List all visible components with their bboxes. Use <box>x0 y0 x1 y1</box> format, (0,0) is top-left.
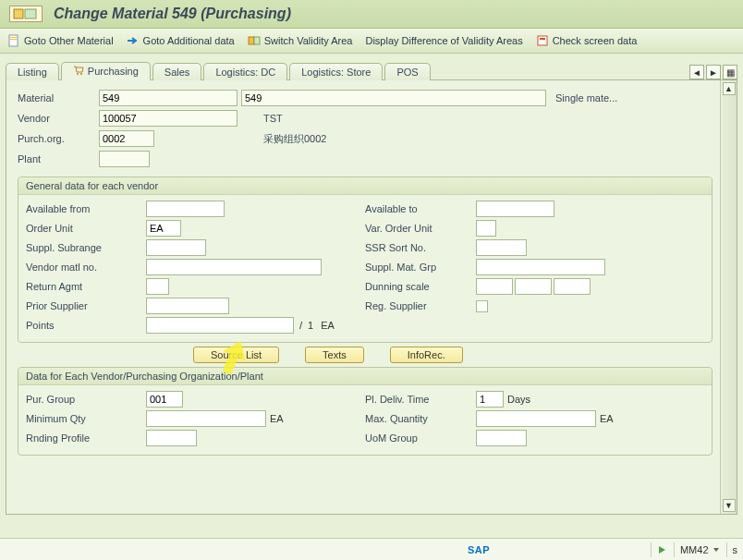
vendor-org-title: Data for Each Vendor/Purchasing Organiza… <box>18 368 712 385</box>
dunning-c-field[interactable] <box>554 278 591 295</box>
purchorg-label: Purch.org. <box>18 133 99 144</box>
pl-deliv-field[interactable] <box>476 391 504 408</box>
uom-group-label: UoM Group <box>365 432 476 444</box>
svg-rect-2 <box>9 35 18 46</box>
purchorg-desc: 采购组织0002 <box>263 132 326 146</box>
tab-prev-button[interactable]: ◄ <box>689 65 704 79</box>
material-field[interactable] <box>99 90 238 106</box>
check-icon <box>536 34 549 47</box>
min-qty-field[interactable] <box>146 410 266 427</box>
scroll-down-button[interactable]: ▼ <box>723 499 736 512</box>
ssr-sort-field[interactable] <box>476 239 527 256</box>
svg-rect-1 <box>25 9 36 18</box>
svg-rect-4 <box>10 39 17 40</box>
min-qty-label: Minimum Qty <box>26 413 146 424</box>
points-unit: EA <box>321 320 335 331</box>
switch-validity-button[interactable]: Switch Validity Area <box>248 34 353 47</box>
info-rec-button[interactable]: InfoRec. <box>390 347 463 363</box>
status-play-icon[interactable] <box>651 542 666 557</box>
texts-button[interactable]: Texts <box>305 347 364 363</box>
pur-group-field[interactable] <box>146 391 183 408</box>
source-list-button[interactable]: Source List <box>193 347 279 363</box>
order-unit-field[interactable] <box>146 220 181 237</box>
pl-deliv-unit: Days <box>507 394 530 405</box>
available-from-label: Available from <box>26 203 146 214</box>
reg-supplier-label: Reg. Supplier <box>365 300 476 311</box>
plant-label: Plant <box>18 153 99 164</box>
rnd-profile-field[interactable] <box>146 430 197 446</box>
general-data-title: General data for each vendor <box>18 177 712 195</box>
ssr-sort-label: SSR Sort No. <box>365 242 476 253</box>
pl-deliv-label: Pl. Deliv. Time <box>365 394 476 405</box>
suppl-mat-grp-label: Suppl. Mat. Grp <box>365 262 476 273</box>
dunning-b-field[interactable] <box>515 278 552 295</box>
points-field[interactable] <box>146 317 294 334</box>
dunning-a-field[interactable] <box>476 278 513 295</box>
status-bar: SAP MM42 s <box>0 538 743 560</box>
app-toolbar: Goto Other Material Goto Additional data… <box>0 29 743 54</box>
order-unit-label: Order Unit <box>26 223 146 234</box>
document-icon <box>7 34 20 47</box>
vendor-label: Vendor <box>18 113 99 124</box>
tab-list-button[interactable]: ▦ <box>723 65 737 79</box>
sap-logo: SAP <box>468 544 490 555</box>
title-bar: Change Material 549 (Purchasing) <box>0 0 743 29</box>
button-row: Source List Texts InfoRec. <box>18 343 713 367</box>
page-title: Change Material 549 (Purchasing) <box>54 6 291 22</box>
tab-logistics-dc[interactable]: Logistics: DC <box>203 63 287 80</box>
max-qty-label: Max. Quantity <box>365 413 476 424</box>
available-from-field[interactable] <box>146 201 225 217</box>
tab-listing[interactable]: Listing <box>6 63 59 80</box>
switch-icon <box>248 34 261 47</box>
uom-group-field[interactable] <box>476 430 527 446</box>
svg-rect-3 <box>10 37 17 38</box>
svg-point-9 <box>77 73 79 75</box>
pur-group-label: Pur. Group <box>26 394 146 405</box>
max-qty-field[interactable] <box>476 410 596 427</box>
status-tcode[interactable]: MM42 <box>674 542 719 557</box>
cart-icon <box>73 66 84 77</box>
form-icon[interactable] <box>9 6 43 22</box>
return-agmt-field[interactable] <box>146 278 169 295</box>
reg-supplier-checkbox[interactable] <box>476 300 488 312</box>
tab-purchasing[interactable]: Purchasing <box>61 62 151 80</box>
material-desc-field[interactable] <box>241 90 546 106</box>
scroll-up-button[interactable]: ▲ <box>723 82 736 95</box>
suppl-subrange-field[interactable] <box>146 239 206 256</box>
svg-rect-8 <box>540 38 545 40</box>
plant-field[interactable] <box>99 151 150 167</box>
status-seg-last[interactable]: s <box>726 542 738 557</box>
goto-additional-data-button[interactable]: Goto Additional data <box>127 34 235 47</box>
suppl-mat-grp-field[interactable] <box>476 259 605 275</box>
goto-other-material-button[interactable]: Goto Other Material <box>7 34 114 47</box>
purchorg-field[interactable] <box>99 130 154 147</box>
var-order-unit-field[interactable] <box>476 220 496 237</box>
tab-logistics-store[interactable]: Logistics: Store <box>289 63 383 80</box>
vendor-field[interactable] <box>99 110 238 127</box>
vendor-matl-field[interactable] <box>146 259 322 275</box>
vertical-scrollbar[interactable]: ▲ ▼ <box>720 80 737 514</box>
tab-nav: ◄ ► ▦ <box>689 65 737 79</box>
vendor-matl-label: Vendor matl no. <box>26 262 146 273</box>
points-qty: 1 <box>308 320 313 331</box>
prior-supplier-field[interactable] <box>146 298 229 314</box>
check-screen-data-button[interactable]: Check screen data <box>536 34 638 47</box>
tab-sales[interactable]: Sales <box>152 63 202 80</box>
max-qty-unit: EA <box>600 413 614 424</box>
min-qty-unit: EA <box>270 413 284 424</box>
tab-next-button[interactable]: ► <box>706 65 721 79</box>
general-data-panel: General data for each vendor Available f… <box>18 177 713 343</box>
material-label: Material <box>18 92 99 103</box>
tab-pos[interactable]: POS <box>384 63 430 80</box>
var-order-unit-label: Var. Order Unit <box>365 223 476 234</box>
available-to-field[interactable] <box>476 201 554 217</box>
material-extra: Single mate... <box>555 92 617 103</box>
scroll-track[interactable] <box>723 95 736 499</box>
chevron-down-icon <box>713 548 719 552</box>
points-label: Points <box>26 320 146 331</box>
vendor-desc: TST <box>263 113 283 124</box>
available-to-label: Available to <box>365 203 476 214</box>
vendor-org-panel: Data for Each Vendor/Purchasing Organiza… <box>18 367 713 456</box>
svg-rect-7 <box>538 36 547 45</box>
display-diff-button[interactable]: Display Difference of Validity Areas <box>365 35 522 46</box>
